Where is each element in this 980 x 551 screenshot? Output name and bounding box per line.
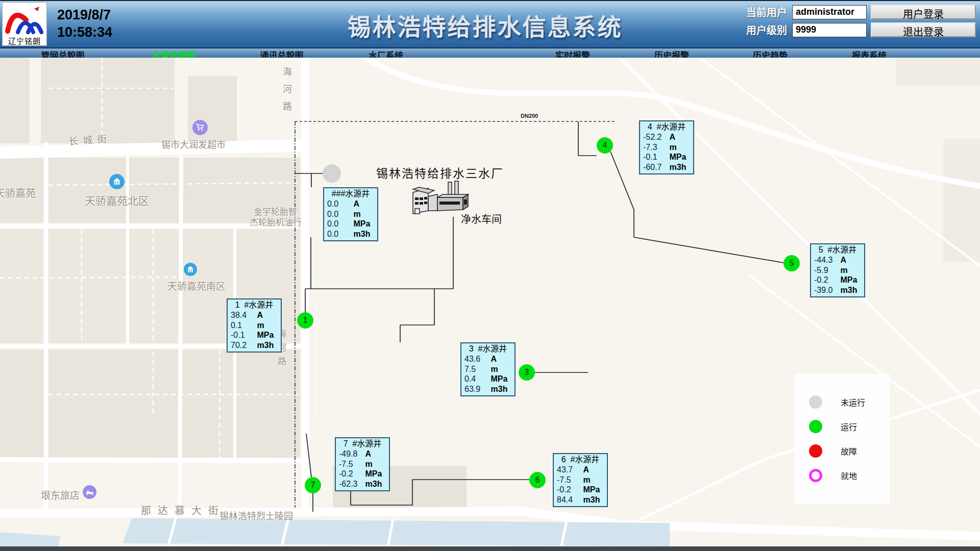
well-box-7[interactable]: 7 #水源井 -49.8A -7.5m -0.2MPa -62.3m3h xyxy=(335,437,390,491)
factory-icon xyxy=(413,181,468,214)
well-circle-6[interactable]: 6 xyxy=(529,472,546,488)
area-label-tianjiao-north: 天骄嘉苑北区 xyxy=(85,192,149,208)
poi-label-supermarket: 锡市大润发超市 xyxy=(161,137,226,151)
header-bar: 辽宁铭朗 2019/8/7 10:58:34 锡林浩特给排水信息系统 当前用户 … xyxy=(0,0,980,47)
app-title: 锡林浩特给排水信息系统 xyxy=(348,8,623,42)
legend-item-running: 运行 xyxy=(809,420,890,433)
idle-status-icon xyxy=(809,395,822,409)
user-panel: 当前用户 用户登录 用户级别 退出登录 xyxy=(746,4,976,40)
nav-bar: 管网总貌图 水源总貌图 通讯总貌图 水厂系统 实时报警 历史报警 历史趋势 报表… xyxy=(0,47,980,58)
well-box-1[interactable]: 1 #水源井 38.4A 0.1m -0.1MPa 70.2m3h xyxy=(227,298,282,353)
local-status-icon xyxy=(809,469,822,482)
poi-label-tire-shop-2: 杰轮胎机油行 xyxy=(250,215,302,228)
plant-name-label: 锡林浩特给排水三水厂 xyxy=(376,164,504,181)
company-logo: 辽宁铭朗 xyxy=(2,2,47,46)
residence-building-icon-north xyxy=(109,174,125,189)
well-box-5[interactable]: 5 #水源井 -44.3A -5.9m -0.2MPa -39.0m3h xyxy=(810,243,865,297)
well-circle-1[interactable]: 1 xyxy=(297,312,313,329)
street-label-haihe-top: 海河路 xyxy=(280,67,293,119)
legend-item-idle: 未运行 xyxy=(809,395,890,409)
legend-item-local: 就地 xyxy=(809,469,890,482)
residence-building-icon-south xyxy=(184,263,197,276)
bottom-edge-bar xyxy=(0,546,980,551)
area-label-tianjiao-south: 天骄嘉苑南区 xyxy=(167,279,226,292)
user-level-field[interactable] xyxy=(792,23,867,37)
logout-button[interactable]: 退出登录 xyxy=(871,22,976,37)
date-text: 2019/8/7 xyxy=(57,6,112,23)
well-box-unused[interactable]: ###水源井 0.0A 0.0m 0.0MPa 0.0m3h xyxy=(323,187,378,241)
login-button[interactable]: 用户登录 xyxy=(871,5,976,19)
well-box-4[interactable]: 4 #水源井 -52.2A -7.3m -0.1MPa -60.7m3h xyxy=(639,120,694,174)
map-canvas[interactable]: 长城街 锡市大润发超市 天骄嘉苑 天骄嘉苑北区 金宇轮胎智 杰轮胎机油行 天骄嘉… xyxy=(0,58,980,551)
workshop-label: 净水车间 xyxy=(461,211,502,226)
well-circle-5[interactable]: 5 xyxy=(783,255,800,271)
status-legend: 未运行 运行 故障 就地 xyxy=(795,374,890,504)
current-user-label: 当前用户 xyxy=(746,5,792,19)
pipe-diameter-label: DN200 xyxy=(521,113,538,119)
logo-text: 辽宁铭朗 xyxy=(3,35,46,46)
legend-item-fault: 故障 xyxy=(809,444,890,458)
datetime: 2019/8/7 10:58:34 xyxy=(57,6,112,41)
well-circle-4[interactable]: 4 xyxy=(597,137,613,154)
well-box-3[interactable]: 3 #水源井 43.6A 7.5m 0.4MPa 63.9m3h xyxy=(460,342,516,396)
supermarket-cart-icon xyxy=(192,120,208,135)
poi-label-cemetery: 锡林浩特烈士陵园 xyxy=(219,509,293,522)
water-area xyxy=(0,517,670,551)
time-text: 10:58:34 xyxy=(57,23,112,41)
user-level-label: 用户级别 xyxy=(746,22,792,37)
scada-window: 辽宁铭朗 2019/8/7 10:58:34 锡林浩特给排水信息系统 当前用户 … xyxy=(0,0,980,551)
well-box-6[interactable]: 6 #水源井 43.7A -7.5m -0.2MPa 84.4m3h xyxy=(553,453,608,507)
running-status-icon xyxy=(809,420,822,433)
hotel-bed-icon xyxy=(83,485,96,499)
logo-icon xyxy=(3,3,46,34)
fault-status-icon xyxy=(809,444,822,458)
street-label-nadamu: 那达慕大街 xyxy=(141,503,225,517)
poi-label-hotel: 垠东旅店 xyxy=(41,488,80,502)
area-label-tianjiao: 天骄嘉苑 xyxy=(0,185,36,200)
well-circle-7[interactable]: 7 xyxy=(305,477,321,493)
well-circle-unused[interactable] xyxy=(323,164,341,183)
current-user-field[interactable] xyxy=(792,5,867,19)
well-circle-3[interactable]: 3 xyxy=(519,364,535,381)
